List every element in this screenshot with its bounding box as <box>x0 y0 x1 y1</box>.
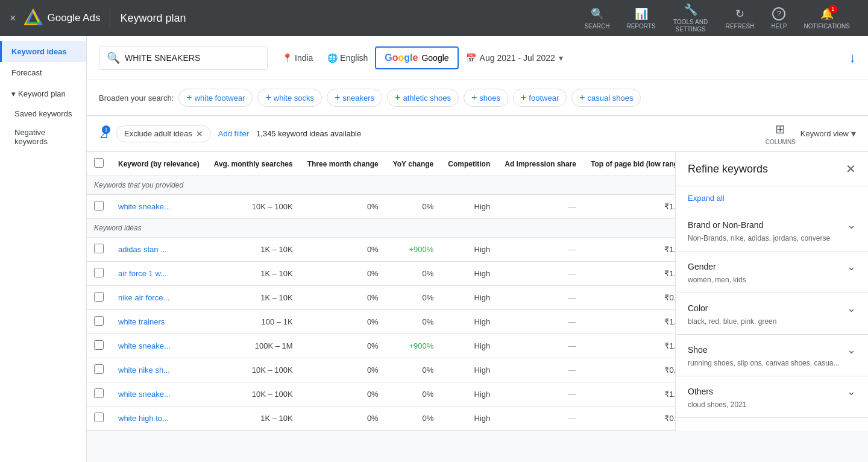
date-range-selector[interactable]: 📅 Aug 2021 - Jul 2022 ▾ <box>459 48 570 68</box>
sidebar-item-keyword-ideas[interactable]: Keyword ideas <box>0 41 86 62</box>
location-selector[interactable]: 📍 India <box>275 48 320 68</box>
refine-panel-header: Refine keywords ✕ <box>676 152 868 186</box>
refine-item-gender[interactable]: Gender ⌄ women, men, kids <box>676 252 868 293</box>
select-all-checkbox[interactable] <box>94 158 104 168</box>
tools-icon: 🔧 <box>684 3 697 16</box>
google-ads-icon <box>24 8 43 28</box>
chevron-down-icon: ⌄ <box>847 343 856 356</box>
help-icon: ? <box>772 7 785 21</box>
table-wrapper: Keyword (by relevance) Avg. monthly sear… <box>87 152 675 431</box>
language-selector[interactable]: 🌐 English <box>320 48 375 68</box>
refine-close-button[interactable]: ✕ <box>846 162 856 176</box>
chip-white-socks[interactable]: + white socks <box>257 89 322 107</box>
nav-help[interactable]: ? HELP <box>763 2 795 34</box>
keyword-cell[interactable]: air force 1 w... <box>111 262 207 286</box>
columns-button[interactable]: ⊞ COLUMNS <box>766 122 796 145</box>
table-row: white nike sh... 10K – 100K 0% 0% High —… <box>87 358 675 382</box>
col-avg-monthly[interactable]: Avg. monthly searches <box>207 152 300 176</box>
refine-shoe-title: Shoe <box>688 345 708 355</box>
col-yoy[interactable]: YoY change <box>386 152 441 176</box>
row-checkbox[interactable] <box>94 316 104 326</box>
exclude-chip-close[interactable]: ✕ <box>196 129 203 139</box>
chip-athletic-shoes[interactable]: + athletic shoes <box>387 89 459 107</box>
google-network-icon: Google <box>385 52 418 63</box>
refine-others-title: Others <box>688 387 713 396</box>
row-checkbox[interactable] <box>94 244 104 253</box>
search-input[interactable] <box>125 53 260 63</box>
nav-tools[interactable]: 🔧 TOOLS AND SETTINGS <box>664 0 717 38</box>
table-row: adidas stan ... 1K – 10K 0% +900% High —… <box>87 238 675 262</box>
add-filter-button[interactable]: Add filter <box>218 129 249 138</box>
search-input-box[interactable]: 🔍 <box>99 46 268 70</box>
refine-item-shoe[interactable]: Shoe ⌄ running shoes, slip ons, canvas s… <box>676 335 868 376</box>
chip-shoes[interactable]: + shoes <box>464 89 508 107</box>
refine-brand-title: Brand or Non-Brand <box>688 220 763 230</box>
refine-item-others[interactable]: Others ⌄ cloud shoes, 2021 <box>676 376 868 418</box>
col-top-page-low[interactable]: Top of page bid (low range) <box>583 152 675 176</box>
row-checkbox[interactable] <box>94 268 104 277</box>
chip-casual-shoes[interactable]: + casual shoes <box>571 89 641 107</box>
keyword-cell[interactable]: white trainers <box>111 310 207 334</box>
refine-item-color[interactable]: Color ⌄ black, red, blue, pink, green <box>676 293 868 335</box>
nav-search[interactable]: 🔍 SEARCH <box>576 2 618 34</box>
table-row: white trainers 100 – 1K 0% 0% High — ₹1.… <box>87 310 675 334</box>
sidebar-item-negative-keywords[interactable]: Negative keywords <box>0 123 86 151</box>
nav-notifications[interactable]: 🔔 1 NOTIFICATIONS <box>796 2 858 34</box>
col-three-month[interactable]: Three month change <box>300 152 386 176</box>
chip-label: footwear <box>529 93 559 103</box>
refine-gender-title: Gender <box>688 262 716 271</box>
table-row: white high to... 1K – 10K 0% 0% High — ₹… <box>87 407 675 431</box>
ad-impression-cell: — <box>497 195 583 219</box>
chip-white-footwear[interactable]: + white footwear <box>178 89 253 107</box>
three-month-cell: 0% <box>300 195 386 219</box>
row-checkbox[interactable] <box>94 201 104 210</box>
row-checkbox[interactable] <box>94 292 104 302</box>
network-selector[interactable]: Google Google <box>375 46 458 69</box>
chip-sneakers[interactable]: + sneakers <box>327 89 382 107</box>
keyword-cell[interactable]: white sneake... <box>111 195 207 219</box>
filter-icon-wrapper: ⊿ 1 <box>99 127 109 141</box>
keyword-cell[interactable]: white high to... <box>111 407 207 431</box>
download-button[interactable]: ↓ <box>849 50 856 66</box>
sidebar-item-keyword-plan[interactable]: ▾ Keyword plan <box>0 83 86 104</box>
keyword-cell[interactable]: white sneake... <box>111 334 207 358</box>
section-header-provided: Keywords that you provided <box>87 176 675 195</box>
expand-all-button[interactable]: Expand all <box>676 186 737 210</box>
chip-label: athletic shoes <box>403 93 451 103</box>
col-keyword[interactable]: Keyword (by relevance) <box>111 152 207 176</box>
chip-label: white footwear <box>195 93 245 103</box>
row-checkbox[interactable] <box>94 388 104 398</box>
keyword-cell[interactable]: nike air force... <box>111 286 207 310</box>
row-checkbox[interactable] <box>94 413 104 422</box>
col-ad-impression[interactable]: Ad impression share <box>497 152 583 176</box>
chip-label: shoes <box>479 93 500 103</box>
chevron-down-icon: ▾ <box>11 89 16 98</box>
plus-icon: + <box>186 92 192 103</box>
sidebar-item-saved-keywords[interactable]: Saved keywords <box>0 104 86 123</box>
row-checkbox[interactable] <box>94 364 104 374</box>
google-ads-logo: Google Ads <box>24 8 101 28</box>
translate-icon: 🌐 <box>327 53 338 63</box>
exclude-adult-label: Exclude adult ideas <box>124 129 192 138</box>
chevron-down-icon: ▾ <box>559 53 563 63</box>
refine-item-brand[interactable]: Brand or Non-Brand ⌄ Non-Brands, nike, a… <box>676 210 868 252</box>
keyword-view-button[interactable]: Keyword view ▾ <box>800 128 856 139</box>
chip-footwear[interactable]: + footwear <box>513 89 567 107</box>
nav-refresh[interactable]: ↻ REFRESH <box>717 2 763 34</box>
page-title: Keyword plan <box>120 12 186 25</box>
keyword-cell[interactable]: adidas stan ... <box>111 238 207 262</box>
sidebar-item-forecast[interactable]: Forecast <box>0 62 86 83</box>
nav-reports[interactable]: 📊 REPORTS <box>618 2 664 34</box>
top-nav: × Google Ads Keyword plan 🔍 SEARCH 📊 REP… <box>0 0 868 36</box>
col-competition[interactable]: Competition <box>441 152 497 176</box>
filter-bar: ⊿ 1 Exclude adult ideas ✕ Add filter 1,3… <box>87 116 868 152</box>
keyword-view-label: Keyword view <box>800 129 849 138</box>
keyword-cell[interactable]: white sneake... <box>111 382 207 407</box>
row-checkbox[interactable] <box>94 340 104 350</box>
chip-label: casual shoes <box>588 93 634 103</box>
keyword-cell[interactable]: white nike sh... <box>111 358 207 382</box>
search-icon: 🔍 <box>107 51 120 65</box>
refine-shoe-subtitle: running shoes, slip ons, canvas shoes, c… <box>688 359 856 367</box>
close-icon[interactable]: × <box>10 12 16 25</box>
table-row: white sneake... 10K – 100K 0% 0% High — … <box>87 195 675 219</box>
